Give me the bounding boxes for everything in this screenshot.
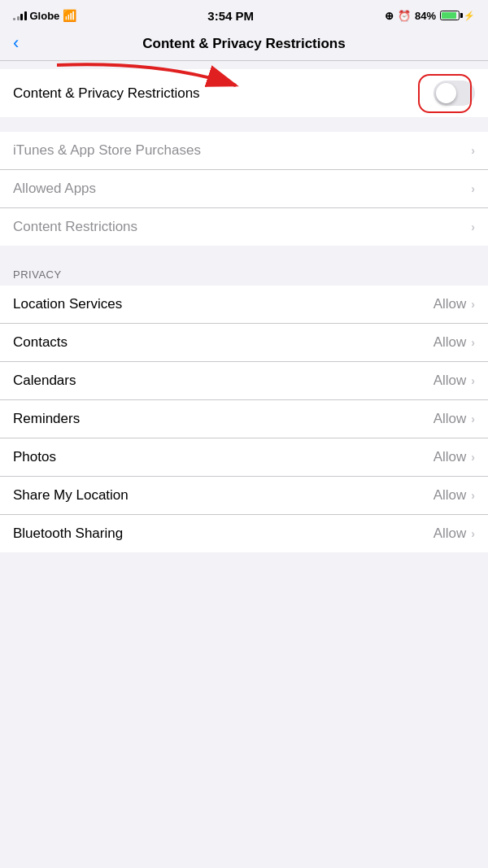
photos-right: Allow › — [434, 449, 475, 465]
allowed-apps-chevron: › — [471, 182, 475, 195]
contacts-right: Allow › — [434, 334, 475, 351]
location-services-row[interactable]: Location Services Allow › — [0, 286, 488, 324]
nav-bar: ‹ Content & Privacy Restrictions — [0, 29, 488, 61]
content-restrictions-chevron: › — [471, 220, 475, 233]
calendars-label: Calendars — [13, 373, 76, 389]
contacts-label: Contacts — [13, 334, 68, 351]
reminders-right: Allow › — [434, 411, 475, 427]
allowed-apps-right: › — [471, 182, 475, 195]
itunes-row[interactable]: iTunes & App Store Purchases › — [0, 132, 488, 170]
bluetooth-sharing-row[interactable]: Bluetooth Sharing Allow › — [0, 515, 488, 552]
itunes-right: › — [471, 144, 475, 157]
bluetooth-sharing-value: Allow — [434, 526, 467, 542]
privacy-section-header: PRIVACY — [0, 260, 488, 286]
location-services-label: Location Services — [13, 296, 122, 312]
photos-label: Photos — [13, 449, 56, 465]
wifi-icon: 📶 — [63, 9, 76, 22]
calendars-row[interactable]: Calendars Allow › — [0, 362, 488, 400]
location-services-value: Allow — [434, 296, 467, 312]
location-services-chevron: › — [471, 298, 475, 311]
back-button[interactable]: ‹ — [13, 36, 19, 52]
itunes-label: iTunes & App Store Purchases — [13, 142, 201, 159]
battery-container — [440, 11, 460, 20]
share-my-location-label: Share My Location — [13, 487, 129, 504]
toggle-row-wrapper: Content & Privacy Restrictions — [0, 61, 488, 117]
calendars-right: Allow › — [434, 373, 475, 389]
itunes-chevron: › — [471, 144, 475, 157]
section-spacer-2 — [0, 246, 488, 260]
share-my-location-chevron: › — [471, 489, 475, 502]
status-right: ⊕ ⏰ 84% ⚡ — [385, 10, 475, 22]
status-time: 3:54 PM — [207, 9, 254, 23]
location-services-right: Allow › — [434, 296, 475, 312]
location-icon: ⊕ — [385, 10, 394, 22]
calendars-value: Allow — [434, 373, 467, 389]
content-restrictions-row[interactable]: Content Restrictions › — [0, 208, 488, 246]
alarm-icon: ⏰ — [398, 10, 411, 22]
status-bar: Globe 📶 3:54 PM ⊕ ⏰ 84% ⚡ — [0, 0, 488, 29]
reminders-label: Reminders — [13, 411, 80, 427]
toggle-label: Content & Privacy Restrictions — [13, 85, 200, 102]
toggle-wrapper — [434, 81, 475, 106]
calendars-chevron: › — [471, 374, 475, 387]
reminders-row[interactable]: Reminders Allow › — [0, 400, 488, 438]
content-privacy-toggle[interactable] — [434, 81, 475, 106]
section-spacer-1 — [0, 117, 488, 132]
purchases-section: iTunes & App Store Purchases › Allowed A… — [0, 132, 488, 246]
contacts-chevron: › — [471, 336, 475, 349]
allowed-apps-row[interactable]: Allowed Apps › — [0, 170, 488, 208]
share-my-location-value: Allow — [434, 487, 467, 504]
contacts-row[interactable]: Contacts Allow › — [0, 324, 488, 362]
content-restrictions-right: › — [471, 220, 475, 233]
photos-chevron: › — [471, 451, 475, 464]
bluetooth-sharing-right: Allow › — [434, 526, 475, 542]
toggle-section: Content & Privacy Restrictions — [0, 69, 488, 117]
allowed-apps-label: Allowed Apps — [13, 181, 96, 197]
status-left: Globe 📶 — [13, 9, 76, 22]
share-my-location-right: Allow › — [434, 487, 475, 504]
battery-fill — [442, 12, 456, 19]
privacy-section: Location Services Allow › Contacts Allow… — [0, 286, 488, 552]
carrier-label: Globe — [30, 10, 60, 22]
content-restrictions-label: Content Restrictions — [13, 219, 137, 235]
nav-title: Content & Privacy Restrictions — [0, 36, 488, 52]
reminders-chevron: › — [471, 412, 475, 425]
bluetooth-sharing-label: Bluetooth Sharing — [13, 526, 123, 542]
bluetooth-sharing-chevron: › — [471, 527, 475, 540]
photos-value: Allow — [434, 449, 467, 465]
back-chevron-icon: ‹ — [13, 34, 19, 52]
charging-icon: ⚡ — [464, 11, 475, 21]
battery-icon — [440, 11, 460, 20]
share-my-location-row[interactable]: Share My Location Allow › — [0, 477, 488, 515]
photos-row[interactable]: Photos Allow › — [0, 438, 488, 477]
contacts-value: Allow — [434, 334, 467, 351]
reminders-value: Allow — [434, 411, 467, 427]
battery-percent: 84% — [415, 10, 436, 22]
signal-bars — [13, 11, 27, 20]
toggle-knob — [436, 83, 456, 103]
